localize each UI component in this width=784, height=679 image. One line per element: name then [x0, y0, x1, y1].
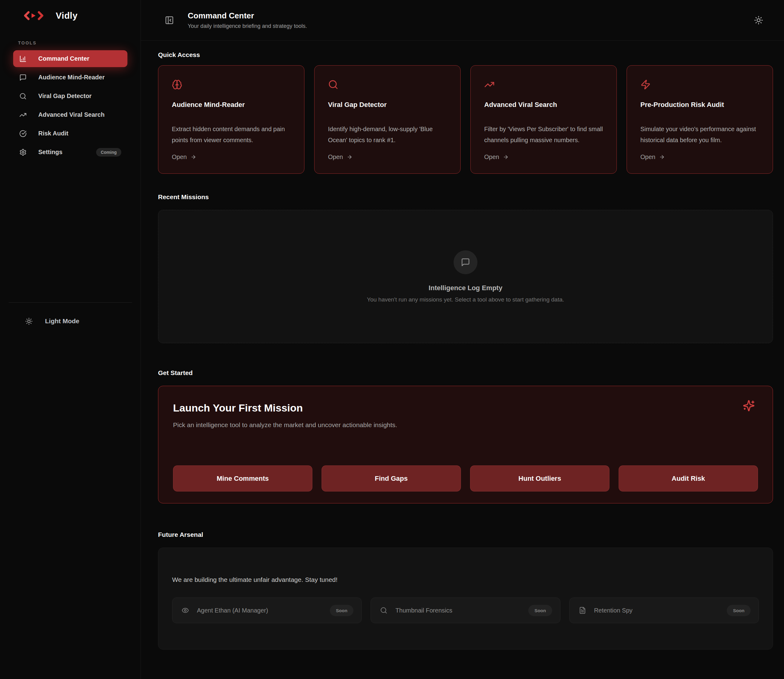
chart-column-icon: [19, 55, 27, 63]
future-arsenal-message: We are building the ultimate unfair adva…: [172, 576, 759, 584]
soon-badge: Soon: [727, 605, 751, 616]
card-title: Pre-Production Risk Audit: [640, 101, 760, 109]
audit-risk-button[interactable]: Audit Risk: [618, 465, 758, 491]
coming-badge: Coming: [96, 148, 121, 156]
search-icon: [19, 92, 27, 100]
card-pre-production-risk-audit[interactable]: Pre-Production Risk Audit Simulate your …: [626, 65, 773, 174]
brand-name: Vidly: [56, 11, 78, 21]
arsenal-item-retention-spy: Retention Spy Soon: [569, 598, 759, 623]
soon-badge: Soon: [330, 605, 354, 616]
arrow-right-icon: [347, 154, 353, 160]
arsenal-item-agent-ethan: Agent Ethan (AI Manager) Soon: [172, 598, 362, 623]
future-arsenal-panel: We are building the ultimate unfair adva…: [158, 548, 773, 649]
arsenal-item-label: Retention Spy: [594, 607, 633, 614]
open-label: Open: [640, 153, 655, 161]
empty-state-title: Intelligence Log Empty: [429, 284, 503, 292]
hunt-outliers-button[interactable]: Hunt Outliers: [470, 465, 609, 491]
panel-left-close-icon: [165, 16, 174, 25]
card-audience-mind-reader[interactable]: Audience Mind-Reader Extract hidden cont…: [158, 65, 305, 174]
mine-comments-button[interactable]: Mine Comments: [173, 465, 312, 491]
logo-icon: [23, 10, 44, 21]
card-description: Simulate your video's performance agains…: [640, 124, 760, 146]
sun-icon: [25, 318, 33, 325]
sidebar-item-label: Risk Audit: [38, 130, 68, 137]
light-mode-toggle[interactable]: Light Mode: [9, 311, 132, 331]
open-link[interactable]: Open: [172, 153, 291, 161]
sun-icon: [754, 16, 763, 25]
sidebar: Vidly TOOLS Command Center Audience Mind…: [0, 0, 141, 679]
card-title: Viral Gap Detector: [328, 101, 447, 109]
page-subtitle: Your daily intelligence briefing and str…: [188, 23, 307, 30]
open-label: Open: [172, 153, 187, 161]
future-arsenal-items: Agent Ethan (AI Manager) Soon Thumbnail …: [172, 598, 759, 623]
arsenal-item-thumbnail-forensics: Thumbnail Forensics Soon: [370, 598, 560, 623]
card-viral-gap-detector[interactable]: Viral Gap Detector Identify high-demand,…: [314, 65, 461, 174]
find-gaps-button[interactable]: Find Gaps: [322, 465, 461, 491]
get-started-title: Get Started: [158, 369, 773, 377]
sidebar-item-viral-gap-detector[interactable]: Viral Gap Detector: [13, 88, 127, 105]
open-link[interactable]: Open: [640, 153, 760, 161]
page-header: Command Center Your daily intelligence b…: [141, 0, 784, 41]
launch-mission-panel: Launch Your First Mission Pick an intell…: [158, 386, 773, 504]
search-icon: [380, 607, 387, 614]
main-area: Command Center Your daily intelligence b…: [141, 0, 784, 679]
message-square-icon: [19, 74, 27, 81]
theme-toggle-button[interactable]: [754, 16, 763, 25]
file-text-icon: [579, 607, 586, 614]
mission-buttons: Mine Comments Find Gaps Hunt Outliers Au…: [173, 465, 758, 491]
zap-icon: [640, 79, 651, 90]
quick-access-grid: Audience Mind-Reader Extract hidden cont…: [158, 65, 773, 174]
sparkles-icon: [743, 399, 755, 412]
app-window: Vidly TOOLS Command Center Audience Mind…: [0, 0, 784, 679]
circle-check-icon: [19, 130, 27, 137]
sidebar-item-label: Viral Gap Detector: [38, 92, 92, 100]
quick-access-title: Quick Access: [158, 51, 773, 58]
eye-icon: [181, 607, 189, 614]
future-arsenal-title: Future Arsenal: [158, 531, 773, 538]
sidebar-footer: Light Mode: [9, 302, 132, 331]
brand: Vidly: [0, 0, 141, 21]
card-description: Identify high-demand, low-supply 'Blue O…: [328, 124, 447, 146]
arsenal-item-label: Thumbnail Forensics: [395, 607, 452, 614]
sidebar-item-label: Advanced Viral Search: [38, 111, 105, 118]
sidebar-item-label: Settings: [38, 149, 62, 156]
page-title: Command Center: [188, 11, 307, 20]
sidebar-item-label: Command Center: [38, 55, 89, 62]
soon-badge: Soon: [528, 605, 552, 616]
sidebar-collapse-button[interactable]: [165, 16, 174, 25]
open-label: Open: [484, 153, 499, 161]
launch-mission-heading: Launch Your First Mission: [173, 402, 758, 414]
brain-icon: [172, 79, 182, 90]
open-label: Open: [328, 153, 343, 161]
page-content: Quick Access Audience Mind-Reader Extrac…: [141, 41, 784, 649]
empty-state-message: You haven't run any missions yet. Select…: [367, 296, 564, 303]
arrow-right-icon: [659, 154, 665, 160]
sidebar-item-label: Audience Mind-Reader: [38, 74, 105, 81]
open-link[interactable]: Open: [328, 153, 447, 161]
arrow-right-icon: [191, 154, 196, 160]
recent-missions-panel: Intelligence Log Empty You haven't run a…: [158, 210, 773, 343]
arsenal-item-label: Agent Ethan (AI Manager): [197, 607, 268, 614]
message-square-icon: [461, 258, 470, 267]
sidebar-nav: Command Center Audience Mind-Reader Vira…: [0, 50, 141, 161]
launch-mission-subheading: Pick an intelligence tool to analyze the…: [173, 421, 758, 429]
arrow-right-icon: [503, 154, 509, 160]
sidebar-item-audience-mind-reader[interactable]: Audience Mind-Reader: [13, 69, 127, 86]
light-mode-label: Light Mode: [45, 318, 79, 325]
gear-icon: [19, 149, 27, 156]
trending-up-icon: [19, 111, 27, 119]
recent-missions-title: Recent Missions: [158, 193, 773, 201]
card-description: Filter by 'Views Per Subscriber' to find…: [484, 124, 604, 146]
card-description: Extract hidden content demands and pain …: [172, 124, 291, 146]
search-icon: [328, 79, 338, 90]
sidebar-item-command-center[interactable]: Command Center: [13, 50, 127, 67]
card-title: Advanced Viral Search: [484, 101, 604, 109]
card-advanced-viral-search[interactable]: Advanced Viral Search Filter by 'Views P…: [470, 65, 617, 174]
sidebar-item-advanced-viral-search[interactable]: Advanced Viral Search: [13, 106, 127, 123]
empty-state-icon-circle: [454, 250, 478, 274]
card-title: Audience Mind-Reader: [172, 101, 291, 109]
sidebar-item-settings[interactable]: Settings Coming: [13, 144, 127, 161]
sidebar-item-risk-audit[interactable]: Risk Audit: [13, 125, 127, 142]
open-link[interactable]: Open: [484, 153, 604, 161]
trending-up-icon: [484, 79, 495, 90]
